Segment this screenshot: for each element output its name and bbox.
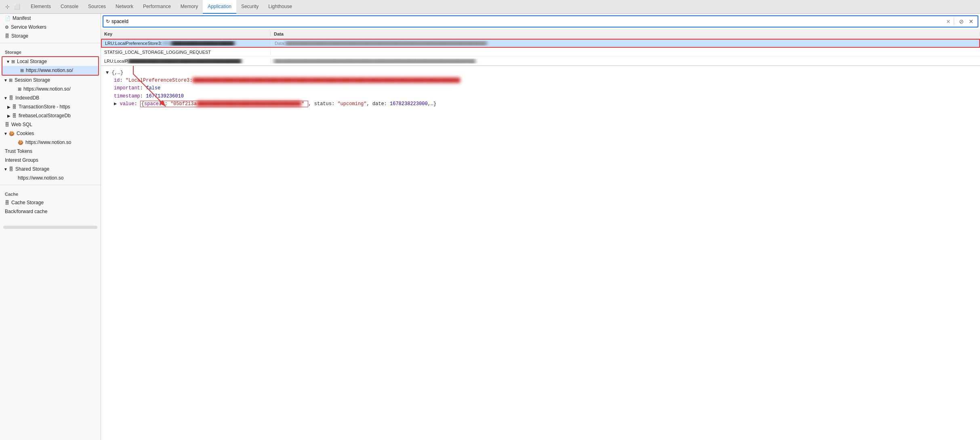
sidebar-scrollbar[interactable]: [3, 226, 97, 229]
gear-icon: ⚙: [5, 25, 9, 30]
web-sql-icon: 🗄: [5, 122, 9, 127]
transaction-store-toggle[interactable]: ▶ 🗄 TransactionStore - https: [0, 102, 101, 111]
session-storage-arrow: ▼: [3, 78, 8, 82]
doc-icon: 📄: [5, 16, 11, 21]
separator: [954, 18, 954, 25]
block-icon[interactable]: ⊘: [957, 17, 965, 25]
cell-key-1: STATSIG_LOCAL_STORAGE_LOGGING_REQUEST: [101, 50, 271, 55]
cache-storage-icon: 🗄: [5, 200, 9, 205]
shared-storage-arrow: ▼: [3, 167, 8, 171]
indexeddb-toggle[interactable]: ▼ 🗄 IndexedDB: [0, 93, 101, 102]
sidebar-item-interest-groups[interactable]: Interest Groups: [0, 156, 101, 165]
sidebar-item-manifest[interactable]: 📄 Manifest: [0, 14, 101, 23]
device-icon[interactable]: ⬜: [13, 3, 21, 11]
tab-security[interactable]: Security: [236, 0, 263, 14]
shared-storage-toggle[interactable]: ▼ 🗄 Shared Storage: [0, 165, 101, 173]
session-storage-toggle[interactable]: ▼ ⊞ Session Storage: [0, 76, 101, 85]
tab-performance[interactable]: Performance: [138, 0, 176, 14]
search-input[interactable]: [111, 19, 944, 24]
detail-field-timestamp: timestamp: 1677139236010: [114, 93, 975, 100]
column-key: Key: [101, 32, 271, 36]
sidebar-item-service-workers[interactable]: ⚙ Service Workers: [0, 23, 101, 32]
ts-icon: 🗄: [12, 104, 17, 109]
search-bar: ↻ ✕ ⊘ ✕: [103, 15, 978, 28]
cell-key-2: LRU:LocalP██████████████████████████████…: [101, 59, 271, 63]
table-row[interactable]: LRU:LocalP██████████████████████████████…: [101, 57, 980, 66]
detail-panel: ▼ {,…} id: "LocalPreferenceStore3:██████…: [101, 66, 980, 440]
clear-search-icon[interactable]: ✕: [946, 19, 951, 25]
divider-storage: [0, 43, 101, 43]
table-row[interactable]: LRU:LocalPreferenceStore3:220c██████████…: [101, 39, 980, 48]
tab-network[interactable]: Network: [111, 0, 138, 14]
cookies-arrow: ▼: [3, 131, 8, 136]
shared-storage-icon: 🗄: [9, 167, 13, 171]
sidebar-item-bf-cache[interactable]: Back/forward cache: [0, 207, 101, 216]
cell-key-0: LRU:LocalPreferenceStore3:220c██████████…: [102, 41, 271, 46]
sidebar-item-web-sql[interactable]: 🗄 Web SQL: [0, 120, 101, 129]
cache-section-label: Cache: [0, 188, 101, 198]
column-data: Data: [271, 32, 980, 36]
sidebar-item-cache-storage[interactable]: 🗄 Cache Storage: [0, 198, 101, 207]
sidebar-item-cookies-notion[interactable]: 🍪 https://www.notion.so: [0, 138, 101, 147]
detail-field-id: id: "LocalPreferenceStore3:█████████████…: [114, 77, 975, 85]
cookie-child-icon: 🍪: [18, 140, 23, 145]
local-storage-toggle[interactable]: ▼ ⊞ Local Storage: [2, 57, 98, 66]
indexeddb-arrow: ▼: [3, 96, 8, 100]
refresh-icon[interactable]: ↻: [106, 19, 110, 24]
grid-icon-ss: ⊞: [18, 87, 21, 92]
local-storage-icon: ⊞: [11, 59, 15, 64]
local-storage-group: ▼ ⊞ Local Storage ⊞ https://www.notion.s…: [2, 56, 99, 76]
tab-sources[interactable]: Sources: [83, 0, 111, 14]
cell-data-0: Data:███████████████████████████████████…: [271, 41, 979, 46]
devtools-tab-bar: ⊹ ⬜ Elements Console Sources Network Per…: [0, 0, 980, 14]
table-row[interactable]: STATSIG_LOCAL_STORAGE_LOGGING_REQUEST: [101, 48, 980, 57]
tab-memory[interactable]: Memory: [176, 0, 203, 14]
sidebar-item-session-storage-notion[interactable]: ⊞ https://www.notion.so/: [0, 85, 101, 93]
fb-icon: 🗄: [12, 113, 17, 118]
divider-cache: [0, 185, 101, 185]
indexeddb-icon: 🗄: [9, 95, 13, 100]
cell-data-2: ████████████████████████████████████████…: [271, 59, 980, 63]
sidebar-item-storage[interactable]: 🗄 Storage: [0, 32, 101, 40]
detail-field-important: important: false: [114, 85, 975, 92]
sidebar-item-trust-tokens[interactable]: Trust Tokens: [0, 147, 101, 156]
sidebar-item-local-storage-notion[interactable]: ⊞ https://www.notion.so/: [2, 66, 98, 75]
table-header: Key Data: [101, 29, 980, 39]
tab-elements[interactable]: Elements: [26, 0, 56, 14]
main-content: ↻ ✕ ⊘ ✕ Key Data LRU:LocalPreferenceStor…: [101, 14, 980, 440]
db-icon: 🗄: [5, 34, 9, 38]
storage-table: Key Data LRU:LocalPreferenceStore3:220c█…: [101, 29, 980, 66]
pointer-icon[interactable]: ⊹: [3, 3, 11, 11]
grid-icon-ls: ⊞: [20, 68, 24, 73]
tab-application[interactable]: Application: [203, 0, 236, 14]
cookies-icon: 🍪: [9, 131, 15, 136]
detail-fields: id: "LocalPreferenceStore3:█████████████…: [106, 77, 975, 108]
detail-root: ▼ {,…}: [106, 69, 975, 77]
close-panel-icon[interactable]: ✕: [967, 17, 975, 25]
devtools-body: 📄 Manifest ⚙ Service Workers 🗄 Storage S…: [0, 14, 980, 440]
tab-lighthouse[interactable]: Lighthouse: [263, 0, 297, 14]
firebase-toggle[interactable]: ▶ 🗄 firebaseLocalStorageDb: [0, 111, 101, 120]
fb-arrow: ▶: [6, 114, 11, 118]
session-storage-icon: ⊞: [9, 78, 13, 83]
cookies-toggle[interactable]: ▼ 🍪 Cookies: [0, 129, 101, 138]
detail-field-value: ▶ value: {spaceId: "05bf213a████████████…: [114, 100, 975, 108]
sidebar-item-shared-storage-notion[interactable]: https://www.notion.so: [0, 173, 101, 182]
tab-console[interactable]: Console: [56, 0, 83, 14]
sidebar: 📄 Manifest ⚙ Service Workers 🗄 Storage S…: [0, 14, 101, 440]
ts-arrow: ▶: [6, 105, 11, 109]
local-storage-arrow: ▼: [6, 59, 11, 64]
storage-section-label: Storage: [0, 46, 101, 56]
value-box: {spaceId: "05bf213a█████████████████████…: [140, 101, 309, 107]
